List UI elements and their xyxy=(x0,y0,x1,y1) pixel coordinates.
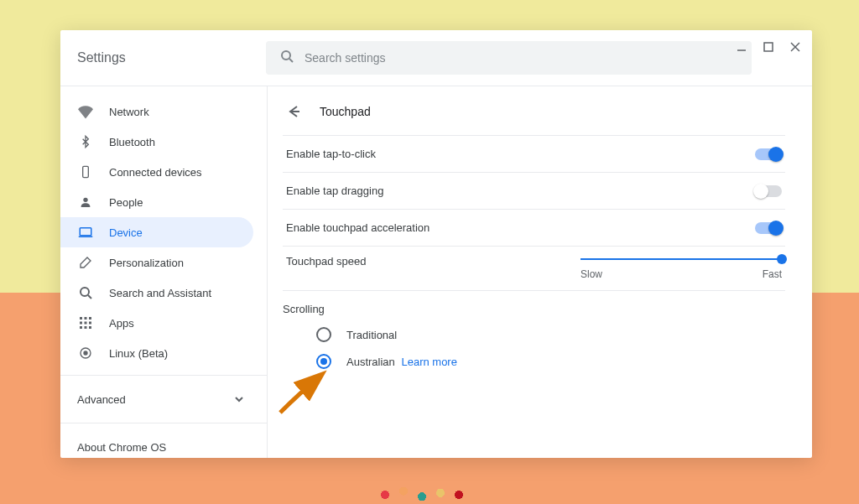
sidebar-item-label: Network xyxy=(109,106,149,118)
svg-rect-16 xyxy=(85,322,87,325)
page-title: Touchpad xyxy=(320,105,371,118)
advanced-label: Advanced xyxy=(77,393,126,406)
search-input[interactable] xyxy=(305,51,738,65)
sidebar-item-label: People xyxy=(109,196,143,209)
svg-rect-8 xyxy=(80,228,91,236)
svg-rect-19 xyxy=(85,326,87,329)
chevron-down-icon xyxy=(235,393,243,406)
sidebar-item-label: Connected devices xyxy=(109,166,202,179)
background-decor xyxy=(376,486,468,504)
setting-tap-to-click: Enable tap-to-click xyxy=(283,135,785,172)
toggle-tap-to-click[interactable] xyxy=(755,148,782,160)
sidebar-item-label: Bluetooth xyxy=(109,136,155,148)
settings-window: Settings Network Bluetooth Connected dev… xyxy=(60,30,812,458)
sidebar-item-search-assistant[interactable]: Search and Assistant xyxy=(60,278,253,308)
page-header: Touchpad xyxy=(283,101,785,135)
svg-rect-6 xyxy=(83,166,89,177)
svg-rect-1 xyxy=(764,43,773,51)
toggle-tap-dragging[interactable] xyxy=(755,185,782,197)
sidebar-item-apps[interactable]: Apps xyxy=(60,308,253,338)
person-icon xyxy=(77,194,94,210)
content-area: Touchpad Enable tap-to-click Enable tap … xyxy=(268,86,812,458)
setting-label: Enable touchpad acceleration xyxy=(286,221,430,234)
magnify-icon xyxy=(77,284,94,301)
radio-icon xyxy=(316,354,331,369)
apps-grid-icon xyxy=(77,314,94,331)
sidebar-item-label: Apps xyxy=(109,317,134,330)
sidebar-item-network[interactable]: Network xyxy=(60,96,253,127)
sidebar-item-label: Search and Assistant xyxy=(109,287,211,299)
sidebar-divider xyxy=(60,423,267,423)
sidebar-item-label: Linux (Beta) xyxy=(109,347,168,360)
radio-label: Australian xyxy=(346,356,395,368)
search-icon xyxy=(279,49,294,67)
maximize-button[interactable] xyxy=(758,37,778,57)
radio-label: Traditional xyxy=(346,329,397,341)
setting-tap-dragging: Enable tap dragging xyxy=(283,172,785,209)
svg-rect-17 xyxy=(89,322,91,325)
sidebar-item-label: Device xyxy=(109,226,143,239)
sidebar-item-connected-devices[interactable]: Connected devices xyxy=(60,157,253,187)
radio-traditional[interactable]: Traditional xyxy=(283,315,785,342)
svg-rect-15 xyxy=(80,322,82,325)
svg-rect-12 xyxy=(80,317,82,320)
svg-line-5 xyxy=(289,59,293,62)
svg-point-7 xyxy=(83,198,87,202)
radio-australian[interactable]: Australian Learn more xyxy=(283,342,785,369)
sidebar-advanced[interactable]: Advanced xyxy=(60,382,267,416)
brush-icon xyxy=(77,254,94,271)
linux-icon xyxy=(77,345,94,361)
app-title: Settings xyxy=(77,50,266,65)
sidebar-item-label: Personalization xyxy=(109,257,184,269)
radio-icon xyxy=(316,327,331,342)
svg-rect-18 xyxy=(80,326,82,329)
wifi-icon xyxy=(77,103,94,120)
device-icon xyxy=(77,164,94,180)
setting-label: Enable tap dragging xyxy=(286,184,383,197)
svg-rect-13 xyxy=(85,317,87,320)
back-button[interactable] xyxy=(283,101,303,122)
sidebar-item-linux[interactable]: Linux (Beta) xyxy=(60,338,253,368)
search-box[interactable] xyxy=(266,41,752,75)
window-controls xyxy=(731,37,805,57)
setting-touchpad-speed: Touchpad speed Slow Fast xyxy=(283,246,785,290)
sidebar-about[interactable]: About Chrome OS xyxy=(60,430,267,458)
laptop-icon xyxy=(77,224,94,241)
minimize-button[interactable] xyxy=(731,37,752,57)
sidebar-divider xyxy=(60,375,267,376)
slider-knob[interactable] xyxy=(777,254,787,264)
close-button[interactable] xyxy=(785,37,805,57)
speed-slider[interactable] xyxy=(580,258,782,260)
setting-touchpad-accel: Enable touchpad acceleration xyxy=(283,209,785,246)
svg-line-11 xyxy=(88,295,91,299)
svg-point-10 xyxy=(81,288,89,296)
scrolling-section-label: Scrolling xyxy=(283,290,785,315)
sidebar-item-people[interactable]: People xyxy=(60,187,253,217)
svg-rect-20 xyxy=(89,326,91,329)
svg-rect-14 xyxy=(89,317,91,320)
setting-label: Enable tap-to-click xyxy=(286,148,376,160)
header: Settings xyxy=(60,30,812,86)
svg-point-22 xyxy=(84,351,87,355)
sidebar: Network Bluetooth Connected devices Peop… xyxy=(60,86,268,458)
sidebar-item-personalization[interactable]: Personalization xyxy=(60,247,253,278)
slider-label-slow: Slow xyxy=(580,268,602,280)
bluetooth-icon xyxy=(77,133,94,150)
learn-more-link[interactable]: Learn more xyxy=(401,356,456,368)
sidebar-item-bluetooth[interactable]: Bluetooth xyxy=(60,127,253,157)
slider-label-fast: Fast xyxy=(763,268,782,280)
setting-label: Touchpad speed xyxy=(286,255,366,268)
toggle-touchpad-accel[interactable] xyxy=(755,222,782,234)
svg-point-4 xyxy=(282,51,290,60)
sidebar-item-device[interactable]: Device xyxy=(60,217,253,247)
about-label: About Chrome OS xyxy=(77,441,166,454)
